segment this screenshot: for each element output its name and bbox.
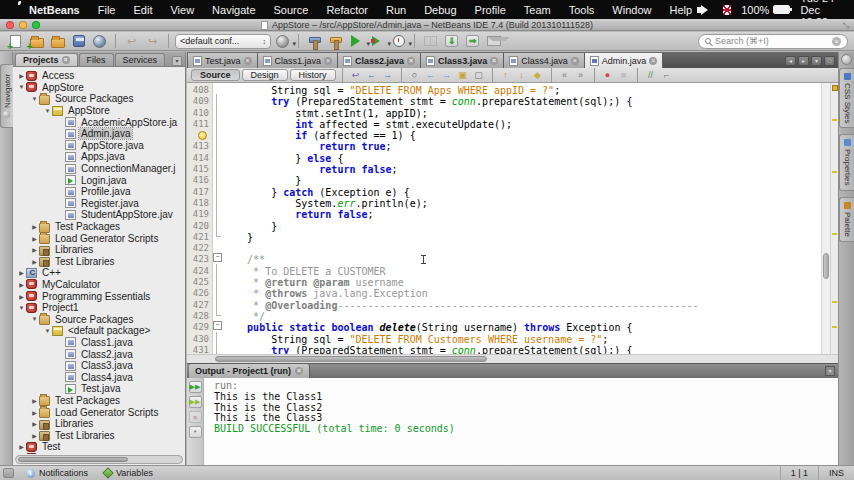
editor-tab-class2-java[interactable]: Class2.java× — [338, 53, 421, 68]
panel-tab-projects[interactable]: Projects× — [15, 53, 78, 66]
next-occurrence-icon[interactable]: → — [440, 69, 454, 81]
toggle-bookmark-icon[interactable]: ◆ — [531, 69, 545, 81]
projects-hscrollbar[interactable] — [15, 455, 183, 464]
chevron-collapsed-icon[interactable]: ▶ — [30, 246, 39, 253]
menu-item-refactor[interactable]: Refactor — [317, 4, 377, 16]
view-mode-source[interactable]: Source — [191, 69, 240, 81]
tree-row[interactable]: ▶Load Generator Scripts — [13, 406, 185, 418]
warning-mark[interactable] — [832, 171, 837, 173]
close-icon[interactable]: × — [649, 57, 657, 65]
menu-item-help[interactable]: Help — [660, 4, 701, 16]
view-mode-history[interactable]: History — [290, 69, 336, 81]
view-mode-design[interactable]: Design — [242, 69, 288, 81]
tree-row[interactable]: ConnectionManager.j — [13, 163, 185, 175]
config-select[interactable]: <default conf...↕ — [175, 34, 271, 49]
scroll-tabs-right-icon[interactable]: ▸ — [798, 56, 809, 66]
tree-row[interactable]: Profile.java — [13, 186, 185, 198]
editor-tab-test-java[interactable]: Test.java× — [188, 53, 258, 68]
shift-right-icon[interactable]: » — [574, 69, 588, 81]
panel-minimize-icon[interactable]: ▾ — [172, 56, 182, 66]
menu-item-profile[interactable]: Profile — [466, 4, 515, 16]
tree-row[interactable]: ▶Load Generator Scripts — [13, 232, 185, 244]
build-project-button[interactable] — [305, 33, 324, 49]
menu-item-window[interactable]: Window — [603, 4, 660, 16]
menu-item-tools[interactable]: Tools — [560, 4, 604, 16]
warning-mark[interactable] — [832, 301, 837, 303]
close-icon[interactable]: × — [571, 57, 579, 65]
tree-row[interactable]: ▼Source Packages — [13, 313, 185, 325]
chevron-collapsed-icon[interactable]: ▶ — [30, 397, 39, 404]
battery-indicator[interactable]: 100% — [741, 4, 790, 16]
window-titlebar[interactable]: AppStore – /src/AppStore/Admin.java – Ne… — [0, 19, 854, 31]
tree-row[interactable]: Class4.java — [13, 371, 185, 383]
chevron-collapsed-icon[interactable]: ▶ — [30, 420, 39, 427]
record-macro-icon[interactable]: ● — [601, 69, 615, 81]
chevron-collapsed-icon[interactable]: ▶ — [30, 235, 39, 242]
previous-bookmark-icon[interactable]: ↑ — [499, 69, 513, 81]
chevron-collapsed-icon[interactable]: ▶ — [17, 293, 26, 300]
clean-build-button[interactable] — [326, 33, 345, 49]
chevron-collapsed-icon[interactable]: ▶ — [30, 258, 39, 265]
insert-mode-indicator[interactable]: INS — [818, 466, 854, 480]
debug-project-button[interactable]: ▾ — [368, 33, 387, 49]
code-viewport[interactable]: 4084094104114134144154164174184194204214… — [187, 83, 838, 354]
find-selection-icon[interactable]: ○ — [408, 69, 422, 81]
tree-row[interactable]: ▼AppStore — [13, 105, 185, 117]
toggle-highlight-icon[interactable]: ▣ — [456, 69, 470, 81]
output-console[interactable]: run:This is the Class1This is the Class2… — [204, 378, 838, 466]
scroll-tabs-left-icon[interactable]: ◂ — [785, 56, 796, 66]
right-tab-css-styles[interactable]: CSS Styles — [839, 68, 854, 128]
chevron-collapsed-icon[interactable]: ▶ — [30, 432, 39, 439]
chevron-expanded-icon[interactable]: ▼ — [43, 108, 52, 114]
editor-tab-class4-java[interactable]: Class4.java× — [504, 53, 585, 68]
tree-row[interactable]: ▶Test Packages — [13, 221, 185, 233]
tree-row[interactable]: Apps.java — [13, 151, 185, 163]
uncomment-icon[interactable]: ⌐ — [660, 69, 674, 81]
panel-tab-files[interactable]: Files — [79, 53, 114, 66]
warning-bulb-icon[interactable] — [198, 131, 207, 140]
next-bookmark-icon[interactable]: ↓ — [515, 69, 529, 81]
new-file-button[interactable]: + — [6, 33, 25, 49]
code-editor[interactable]: String sql = "DELETE FROM Apps WHERE app… — [221, 83, 838, 354]
maximize-editor-icon[interactable]: □ — [824, 56, 835, 66]
chevron-expanded-icon[interactable]: ▼ — [30, 316, 39, 322]
previous-occurrence-icon[interactable]: ← — [424, 69, 438, 81]
tree-row[interactable]: ▶Programming Essentials — [13, 290, 185, 302]
opened-documents-icon[interactable]: ▾ — [811, 56, 822, 66]
warning-mark[interactable] — [832, 326, 837, 328]
last-edit-icon[interactable]: ↩ — [349, 69, 363, 81]
chevron-expanded-icon[interactable]: ▼ — [17, 84, 26, 90]
output-tab-close-icon[interactable]: × — [295, 367, 303, 375]
ant-settings-button[interactable]: * — [189, 426, 202, 438]
tree-row[interactable]: ▼Project1 — [13, 302, 185, 314]
menu-item-run[interactable]: Run — [377, 4, 415, 16]
open-project-button[interactable] — [48, 33, 67, 49]
chevron-collapsed-icon[interactable]: ▶ — [30, 409, 39, 416]
editor-tab-admin-java[interactable]: Admin.java× — [585, 53, 664, 68]
tree-row[interactable]: ▶Test — [13, 441, 185, 453]
notifications-button[interactable]: i Notifications — [18, 468, 96, 478]
chevron-expanded-icon[interactable]: ▼ — [43, 328, 52, 334]
tree-row[interactable]: Class2.java — [13, 348, 185, 360]
tree-row[interactable]: ▼<default package> — [13, 325, 185, 337]
close-icon[interactable]: × — [62, 56, 70, 64]
chevron-collapsed-icon[interactable]: ▶ — [30, 223, 39, 230]
select-rectangle-icon[interactable]: ▢ — [472, 69, 486, 81]
rerun-with-args-button[interactable]: ▶▶ — [189, 396, 202, 408]
chevron-collapsed-icon[interactable]: ▶ — [17, 72, 26, 79]
close-icon[interactable]: × — [407, 57, 415, 65]
error-stripe[interactable] — [830, 83, 838, 354]
shift-left-icon[interactable]: « — [558, 69, 572, 81]
tree-row[interactable]: AcademicAppStore.ja — [13, 116, 185, 128]
tree-row[interactable]: Class3.java — [13, 360, 185, 372]
output-tab[interactable]: Output - Project1 (run) × — [189, 364, 310, 378]
menu-item-edit[interactable]: Edit — [124, 4, 161, 16]
editor-tab-class1-java[interactable]: Class1.java× — [258, 53, 339, 68]
minimized-window-icon[interactable] — [3, 468, 14, 478]
tree-row[interactable]: Admin.java — [13, 128, 185, 140]
resize-icon[interactable]: ⤡ — [843, 21, 849, 31]
close-icon[interactable]: × — [490, 57, 498, 65]
close-icon[interactable]: × — [324, 57, 332, 65]
chevron-collapsed-icon[interactable]: ▶ — [17, 269, 26, 276]
new-project-button[interactable]: + — [27, 33, 46, 49]
